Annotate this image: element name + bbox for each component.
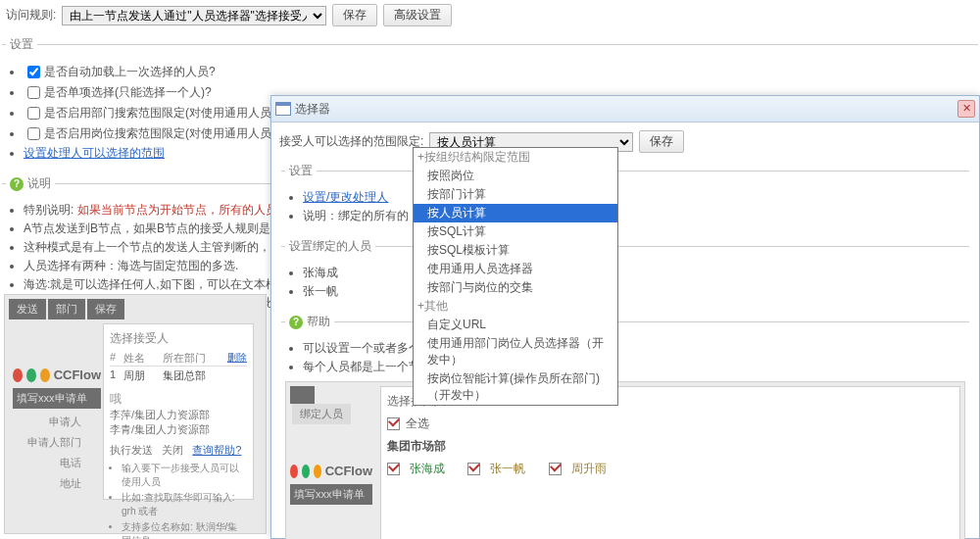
fs-set-legend: 设置 [285,163,317,179]
bg-hint2: 比如:查找取陈华即可输入: grh 或者 [122,491,247,518]
row1-dept: 集团总部 [163,368,206,383]
chk-n2[interactable] [467,463,480,475]
link-set-handler[interactable]: 设置/更改处理人 [303,190,388,204]
bg-hint3: 支持多位名称如: 耿润华/集团信息 [122,520,247,539]
bg-note1: 李萍/集团人力资源部 [110,408,247,422]
th-name: 姓名 [123,351,163,366]
rule-select[interactable]: 由上一节点发送人通过"人员选择器"选择接受人 [62,6,326,25]
bg-lab-applicant: 申请人 [13,415,81,429]
help-l2: 每个人员都是上一个节点可以选择的人员范围. [303,359,965,375]
fs-help-legend: ?帮助 [285,314,334,330]
rule-label: 访问规则: [6,7,56,24]
lbl-single: 是否单项选择(只能选择一个人)? [44,85,212,99]
dd-opt-dev1[interactable]: 使用通用部门岗位人员选择器（开发中） [414,334,617,369]
th-dept: 所在部门 [163,351,227,366]
hs-card: 选择接受人 全选 集团市场部 张海成 张一帆 周升雨 [380,386,960,539]
sample-selector-panel: 发送 部门 保存 CCFlow 填写xxx申请单 申请人 申请人部门 电话 地址… [4,294,267,534]
th-del[interactable]: 删除 [227,351,247,366]
dd-opt-url[interactable]: 自定义URL [414,316,617,334]
fs-bound-legend: 设置绑定的人员 [285,238,375,255]
chk-n1[interactable] [387,463,400,475]
dd-opt-intersect[interactable]: 按部门与岗位的交集 [414,278,617,297]
bg-lab-dept: 申请人部门 [13,435,81,450]
bg-form-title: 填写xxx申请单 [13,388,101,409]
fs-bound: 设置绑定的人员 张海成 张一帆 [281,238,969,304]
dd-opt-post[interactable]: 按照岗位 [414,167,617,185]
bound-p1: 张海成 [303,265,965,281]
chk-n3[interactable] [549,463,562,475]
bound-p2: 张一帆 [303,283,965,300]
dd-opt-dev2[interactable]: 按岗位智能计算(操作员所在部门)（开发中） [414,369,617,405]
exp-1a: 特别说明: [24,203,77,217]
dd-group2: +其他 [414,297,617,316]
bg-hint1: 输入要下一步接受人员可以使用人员 [122,462,247,489]
advanced-button[interactable]: 高级设置 [383,4,452,26]
dd-opt-sql[interactable]: 按SQL计算 [414,222,617,241]
help-icon: ? [289,316,303,329]
help-icon: ? [10,177,24,191]
scope-label: 接受人可以选择的范围限定: [279,133,423,150]
bg-tab-dept[interactable]: 部门 [48,299,85,319]
chk-autoload[interactable] [27,66,40,78]
hs-tab1 [290,386,315,404]
help-l1: 可以设置一个或者多个人员. [303,340,965,357]
dd-group1: +按组织结构限定范围 [414,148,617,167]
selector-dialog: 选择器 ✕ 接受人可以选择的范围限定: 按人员计算 保存 设置 设置/更改处理人… [270,95,980,539]
bg-card-title: 选择接受人 [110,330,247,347]
dd-opt-generic[interactable]: 使用通用人员选择器 [414,260,617,278]
explain-legend: ?说明 [6,175,55,192]
chk-dept-scope[interactable] [27,107,40,120]
chk-all[interactable] [387,417,400,430]
bg-note2: 李青/集团人力资源部 [110,422,247,437]
bg-lab-addr: 地址 [13,476,81,491]
bg-lab-tel: 电话 [13,456,81,470]
lbl-dept-scope: 是否启用部门搜索范围限定(对使用通用人员选 [44,106,283,120]
th-idx: # [110,351,123,366]
dd-opt-sqltpl[interactable]: 按SQL模板计算 [414,241,617,260]
row1-name: 周朋 [123,368,163,383]
save-button[interactable]: 保存 [332,4,377,26]
hs-logo: CCFlow [290,464,372,478]
exp-1b: 如果当前节点为开始节点，所有的人员 [77,203,277,217]
bg-btn-close[interactable]: 关闭 [162,444,183,456]
hs-names: 张海成 张一帆 周升雨 [387,461,954,477]
note-bind: 说明：绑定的所有的 [303,208,965,224]
chk-post-scope[interactable] [27,127,40,140]
hs-group: 集团市场部 [387,438,954,455]
bg-btn-exec[interactable]: 执行发送 [110,444,153,456]
lbl-all: 全选 [406,416,429,432]
bg-card: 选择接受人 # 姓名 所在部门 删除 1 周朋 集团总部 哦 李萍/集团人力资源… [103,323,254,500]
settings-legend: 设置 [6,36,37,53]
hs-form-title: 填写xxx申请单 [290,484,372,505]
lbl-post-scope: 是否启用岗位搜索范围限定(对使用通用人员选 [44,126,283,140]
close-icon[interactable]: ✕ [957,100,975,118]
window-icon [275,102,291,116]
scope-dropdown[interactable]: +按组织结构限定范围 按照岗位 按部门计算 按人员计算 按SQL计算 按SQL模… [413,147,618,406]
bg-tab-save[interactable]: 保存 [87,299,124,319]
rule-row: 访问规则: 由上一节点发送人通过"人员选择器"选择接受人 保存 高级设置 [0,0,980,30]
bg-tab-send[interactable]: 发送 [9,299,46,319]
dialog-titlebar[interactable]: 选择器 ✕ [271,96,979,122]
help-screenshot: 绑定人员 CCFlow 填写xxx申请单 选择接受人 全选 集团市场部 张海成 … [285,381,965,539]
hs-tab-bound: 绑定人员 [292,404,351,424]
fs-set: 设置 设置/更改处理人 说明：绑定的所有的 [281,163,969,228]
lbl-autoload: 是否自动加载上一次选择的人员? [44,65,216,78]
link-set-scope[interactable]: 设置处理人可以选择的范围 [24,146,165,160]
dd-opt-dept[interactable]: 按部门计算 [414,185,617,204]
modal-save-button[interactable]: 保存 [639,130,684,153]
dialog-title: 选择器 [295,101,330,118]
fs-help: ?帮助 可以设置一个或者多个人员. 每个人员都是上一个节点可以选择的人员范围. … [281,314,969,539]
bg-btn-help[interactable]: 查询帮助? [192,444,241,456]
dd-opt-person[interactable]: 按人员计算 [414,204,617,222]
bg-logo: CCFlow [13,368,101,382]
chk-single[interactable] [27,86,40,99]
